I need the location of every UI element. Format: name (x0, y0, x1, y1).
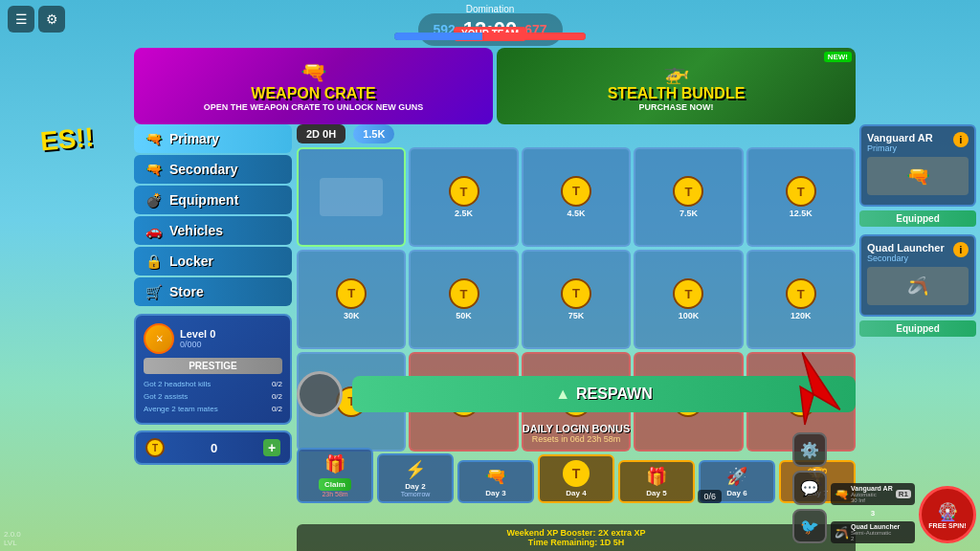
nav-item-vehicles[interactable]: 🚗 Vehicles (134, 216, 292, 245)
right-panel: i Vanguard AR Primary 🔫 Equipped i Quad … (856, 124, 980, 337)
price-label-0-4: 12.5K (790, 209, 813, 218)
claim-button[interactable]: Claim (319, 478, 351, 491)
weapon-cell-0-1[interactable]: T 2.5K (409, 147, 518, 247)
weapon-crate-banner[interactable]: 🔫 WEAPON CRATE OPEN THE WEAPON CRATE TO … (134, 48, 493, 124)
daily-label-2: Day 2 (405, 482, 425, 491)
mini-weapon-2: 🪃 Quad Launcher Semi-Automatic 2 (831, 521, 915, 543)
respawn-circle (297, 371, 343, 417)
mini-weapon-1-icon: 🔫 (835, 488, 849, 501)
free-spin-area: 🎡 FREE SPIN! (919, 486, 976, 543)
stealth-bundle-banner[interactable]: 🚁 STEALTH BUNDLE PURCHASE NOW! NEW! (497, 48, 856, 124)
token-price-0-4: T (786, 176, 816, 207)
bottom-text-1: Weekend XP Booster: 2X extra XP (304, 528, 848, 538)
weapon-cell-1-4[interactable]: T 120K (746, 250, 856, 349)
vehicles-icon: 🚗 (145, 223, 162, 238)
prestige-button[interactable]: PRESTIGE (144, 358, 282, 374)
challenge-1-progress: 0/2 (272, 380, 282, 388)
weapon-crate-title: WEAPON CRATE (251, 85, 375, 102)
daily-icon-4: T (563, 460, 590, 487)
left-game-area: ES!! (0, 0, 134, 551)
stealth-subtitle: PURCHASE NOW! (639, 102, 714, 112)
grid-top-bar: 2D 0H 1.5K (297, 124, 856, 143)
challenge-1-text: Got 2 headshot kills (144, 380, 211, 388)
quad-info-button[interactable]: i (953, 242, 969, 257)
price-label-0-1: 2.5K (455, 209, 473, 218)
new-badge: NEW! (824, 52, 852, 62)
token-price-1-2: T (561, 278, 591, 309)
price-label-1-4: 120K (791, 311, 812, 320)
challenge-1: Got 2 headshot kills 0/2 (144, 378, 282, 390)
daily-icon-6: 🚀 (726, 466, 747, 487)
daily-icon-5: 🎁 (646, 466, 667, 487)
weapon-cell-1-3[interactable]: T 100K (634, 250, 743, 349)
equipped-label-secondary: Equipped (859, 320, 976, 337)
weapon-cell-0-2[interactable]: T 4.5K (522, 147, 631, 247)
vanguard-ar-card: i Vanguard AR Primary 🔫 (859, 124, 976, 207)
nav-label-equipment: Equipment (169, 192, 238, 208)
secondary-icon: 🔫 (145, 162, 162, 177)
free-spin-label: FREE SPIN! (928, 522, 966, 529)
progress-bar (394, 33, 586, 40)
equipment-icon: 💣 (145, 192, 162, 208)
weapon-cell-1-1[interactable]: T 50K (409, 250, 518, 349)
twitter-button[interactable]: 🐦 (792, 509, 827, 543)
price-label-1-3: 100K (679, 311, 700, 320)
bottom-text-2: Time Remaining: 1D 5H (304, 538, 848, 547)
respawn-button[interactable]: ▲ RESPAWN (352, 376, 856, 412)
challenge-3: Avenge 2 team mates 0/2 (144, 403, 282, 415)
daily-item-1[interactable]: 🎁 Claim 23h 58m (297, 448, 373, 503)
daily-item-4[interactable]: T Day 4 (538, 454, 614, 503)
mini-weapon-1-ammo: 30 Inf (851, 497, 894, 503)
mini-weapon-2-icon: 🪃 (835, 526, 849, 540)
chat-button[interactable]: 💬 (792, 471, 827, 505)
daily-item-2[interactable]: ⚡ Day 2 Tomorrow (377, 453, 454, 503)
weapon-cell-0-4[interactable]: T 12.5K (746, 147, 856, 247)
progress-blue (394, 33, 482, 40)
menu-icon-2[interactable]: ⚙ (38, 6, 65, 33)
daily-item-3[interactable]: 🔫 Day 3 (457, 460, 534, 503)
settings-button[interactable]: ⚙️ (792, 432, 827, 467)
daily-icon-2: ⚡ (405, 459, 426, 480)
nav-item-store[interactable]: 🛒 Store (134, 277, 292, 306)
nav-item-locker[interactable]: 🔒 Locker (134, 247, 292, 276)
weapon-cell-1-2[interactable]: T 75K (522, 250, 631, 349)
nav-item-primary[interactable]: 🔫 Primary (134, 124, 292, 153)
lvl-label: LVL (4, 539, 21, 547)
weapon-cell-0-0[interactable] (297, 147, 406, 247)
mini-weapon-1-name: Vanguard AR (851, 485, 894, 492)
price-label-1-1: 50K (456, 311, 472, 320)
quad-type: Secondary (867, 253, 969, 263)
daily-label-4: Day 4 (566, 489, 586, 497)
daily-item-5[interactable]: 🎁 Day 5 (618, 460, 695, 503)
nav-item-equipment[interactable]: 💣 Equipment (134, 186, 292, 214)
coin-icon: T (145, 438, 165, 457)
bottom-right-controls: ⚙️ 💬 🐦 🔫 Vanguard AR Automatic 30 Inf R1… (792, 432, 976, 543)
bottom-bar: Weekend XP Booster: 2X extra XP Time Rem… (297, 524, 856, 551)
nav-label-primary: Primary (169, 131, 219, 146)
stealth-title: STEALTH BUNDLE (608, 85, 746, 102)
nav-item-secondary[interactable]: 🔫 Secondary (134, 155, 292, 184)
grid-timer: 2D 0H (297, 124, 345, 143)
quad-image: 🪃 (867, 267, 969, 305)
claim-timer: 23h 58m (322, 491, 347, 497)
menu-icon-1[interactable]: ☰ (8, 6, 34, 33)
weapon-crate-subtitle: OPEN THE WEAPON CRATE TO UNLOCK NEW GUNS (204, 102, 424, 112)
level-box: ⚔ Level 0 0/000 PRESTIGE Got 2 headshot … (134, 314, 292, 425)
weapon-crate-icon: 🔫 (301, 60, 326, 85)
token-price-0-3: T (673, 176, 703, 207)
coin-plus-button[interactable]: + (263, 439, 280, 456)
price-label-0-2: 4.5K (567, 209, 585, 218)
token-price-0-1: T (449, 176, 479, 207)
nav-label-vehicles: Vehicles (169, 223, 223, 238)
weapon-cell-1-0[interactable]: T 30K (297, 250, 406, 349)
weapon-cell-0-3[interactable]: T 7.5K (634, 147, 743, 247)
respawn-content: ▲ RESPAWN (362, 386, 846, 403)
daily-bonus-area: DAILY LOGIN BONUS Resets in 06d 23h 58m … (297, 423, 856, 503)
mini-weapons-area: 🔫 Vanguard AR Automatic 30 Inf R1 3 🪃 Qu… (831, 483, 915, 543)
daily-counter-value: 0/6 (703, 492, 716, 501)
vanguard-info-button[interactable]: i (953, 132, 969, 147)
bottom-right-hud: ⚙️ 💬 🐦 🔫 Vanguard AR Automatic 30 Inf R1… (789, 429, 980, 551)
free-spin-button[interactable]: 🎡 FREE SPIN! (919, 486, 976, 543)
version-text: 2.0.0 LVL (4, 530, 21, 547)
quad-launcher-card: i Quad Launcher Secondary 🪃 (859, 234, 976, 317)
